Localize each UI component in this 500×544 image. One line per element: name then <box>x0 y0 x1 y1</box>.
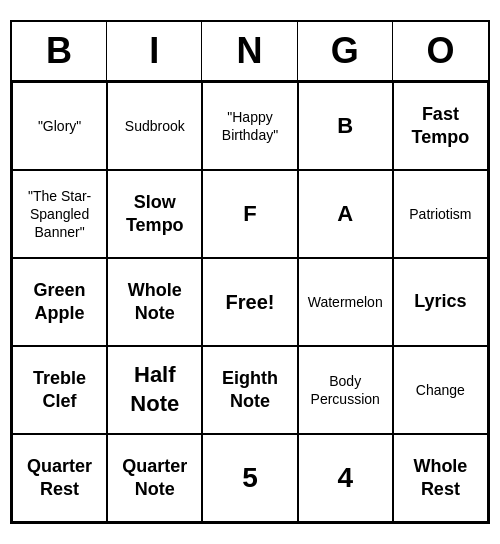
bingo-cell: Change <box>393 346 488 434</box>
bingo-cell: B <box>298 82 393 170</box>
bingo-cell: 5 <box>202 434 297 522</box>
bingo-cell: Lyrics <box>393 258 488 346</box>
bingo-cell: Eighth Note <box>202 346 297 434</box>
bingo-header: BINGO <box>12 22 488 82</box>
bingo-cell: Watermelon <box>298 258 393 346</box>
bingo-cell: Green Apple <box>12 258 107 346</box>
header-letter: G <box>298 22 393 80</box>
bingo-cell: Half Note <box>107 346 202 434</box>
bingo-cell: Sudbrook <box>107 82 202 170</box>
bingo-cell: Quarter Rest <box>12 434 107 522</box>
bingo-cell: Whole Rest <box>393 434 488 522</box>
bingo-cell: Patriotism <box>393 170 488 258</box>
bingo-cell: "Glory" <box>12 82 107 170</box>
bingo-card: BINGO "Glory"Sudbrook"Happy Birthday"BFa… <box>10 20 490 524</box>
header-letter: N <box>202 22 297 80</box>
bingo-grid: "Glory"Sudbrook"Happy Birthday"BFast Tem… <box>12 82 488 522</box>
header-letter: B <box>12 22 107 80</box>
bingo-cell: Whole Note <box>107 258 202 346</box>
bingo-cell: Treble Clef <box>12 346 107 434</box>
bingo-cell: Slow Tempo <box>107 170 202 258</box>
bingo-cell: "The Star-Spangled Banner" <box>12 170 107 258</box>
bingo-cell: "Happy Birthday" <box>202 82 297 170</box>
header-letter: I <box>107 22 202 80</box>
bingo-cell: 4 <box>298 434 393 522</box>
bingo-cell: Quarter Note <box>107 434 202 522</box>
bingo-cell: Body Percussion <box>298 346 393 434</box>
bingo-cell: Fast Tempo <box>393 82 488 170</box>
header-letter: O <box>393 22 488 80</box>
bingo-cell: F <box>202 170 297 258</box>
bingo-cell: A <box>298 170 393 258</box>
bingo-cell: Free! <box>202 258 297 346</box>
